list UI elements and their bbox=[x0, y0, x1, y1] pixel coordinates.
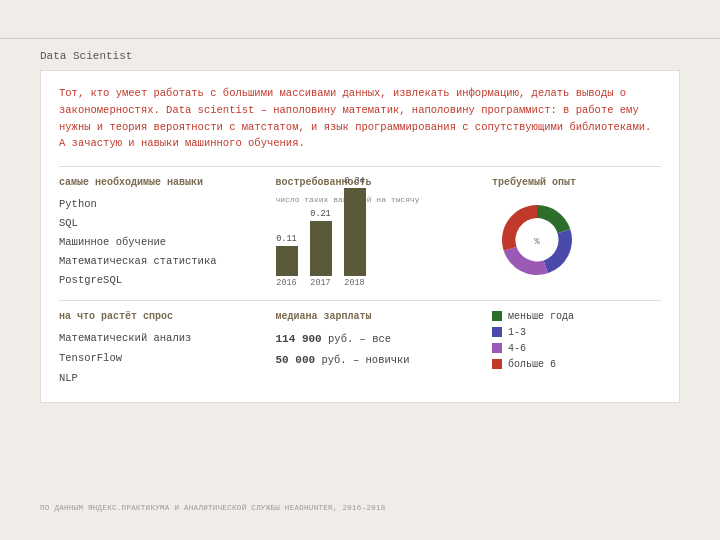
bar-2016: 0.11 2016 bbox=[276, 234, 298, 288]
legend-dot-2 bbox=[492, 327, 502, 337]
top-columns: самые необходимые навыки Python SQL Маши… bbox=[59, 177, 661, 289]
salary-new-label: руб. – новички bbox=[321, 354, 409, 366]
footer-note: ПО ДАННЫМ ЯНДЕКС.ПРАКТИКУМА И АНАЛИТИЧЕС… bbox=[40, 504, 386, 512]
bottom-columns: на что растёт спрос Математический анали… bbox=[59, 300, 661, 389]
bar-year-2017: 2017 bbox=[310, 278, 330, 288]
list-item: NLP bbox=[59, 369, 266, 389]
experience-header: требуемый опыт bbox=[492, 177, 661, 188]
legend-item-3: 4-6 bbox=[492, 343, 661, 354]
main-card: Тот, кто умеет работать с большими масси… bbox=[40, 70, 680, 403]
list-item: Математический анализ bbox=[59, 329, 266, 349]
legend-label-3: 4-6 bbox=[508, 343, 526, 354]
legend-dot-4 bbox=[492, 359, 502, 369]
section-title: Data Scientist bbox=[40, 50, 132, 62]
svg-text:%: % bbox=[534, 237, 540, 247]
skills-header: самые необходимые навыки bbox=[59, 177, 266, 188]
salary-new: 50 000 руб. – новички bbox=[276, 350, 483, 371]
bar-value-2018: 0.34 bbox=[344, 176, 364, 186]
legend-label-4: больше 6 bbox=[508, 359, 556, 370]
bar-2018: 0.34 2018 bbox=[344, 176, 366, 288]
legend-item-2: 1-3 bbox=[492, 327, 661, 338]
chart-note: число таких вакансий на тысячу bbox=[276, 195, 483, 204]
growth-column: на что растёт спрос Математический анали… bbox=[59, 311, 276, 389]
legend-item-1: меньше года bbox=[492, 311, 661, 322]
bar-value-2016: 0.11 bbox=[276, 234, 296, 244]
bar-year-2018: 2018 bbox=[344, 278, 364, 288]
salary-header: медиана зарплаты bbox=[276, 311, 483, 322]
bar-rect-2017 bbox=[310, 221, 332, 276]
bar-value-2017: 0.21 bbox=[310, 209, 330, 219]
card-divider bbox=[59, 166, 661, 167]
list-item: TensorFlow bbox=[59, 349, 266, 369]
legend-label-1: меньше года bbox=[508, 311, 574, 322]
legend-column: меньше года 1-3 4-6 больше 6 bbox=[492, 311, 661, 389]
salary-all-value: 114 900 bbox=[276, 333, 322, 345]
donut-chart: % bbox=[492, 195, 582, 285]
legend-dot-3 bbox=[492, 343, 502, 353]
legend-item-4: больше 6 bbox=[492, 359, 661, 370]
bar-rect-2016 bbox=[276, 246, 298, 276]
salary-new-value: 50 000 bbox=[276, 354, 316, 366]
bar-year-2016: 2016 bbox=[276, 278, 296, 288]
legend-dot-1 bbox=[492, 311, 502, 321]
salary-column: медиана зарплаты 114 900 руб. – все 50 0… bbox=[276, 311, 493, 389]
salary-all: 114 900 руб. – все bbox=[276, 329, 483, 350]
top-divider bbox=[0, 38, 720, 39]
bar-rect-2018 bbox=[344, 188, 366, 276]
intro-text: Тот, кто умеет работать с большими масси… bbox=[59, 85, 661, 152]
donut-container: % bbox=[492, 195, 661, 289]
legend-label-2: 1-3 bbox=[508, 327, 526, 338]
experience-column: требуемый опыт bbox=[492, 177, 661, 289]
growth-list: Математический анализ TensorFlow NLP bbox=[59, 329, 266, 389]
list-item: Python bbox=[59, 195, 266, 214]
bar-2017: 0.21 2017 bbox=[310, 209, 332, 288]
growth-header: на что растёт спрос bbox=[59, 311, 266, 322]
page: Data Scientist Тот, кто умеет работать с… bbox=[0, 0, 720, 540]
skills-list: Python SQL Машинное обучение Математичес… bbox=[59, 195, 266, 289]
bar-chart: 0.11 2016 0.21 2017 0.34 2018 bbox=[276, 208, 483, 288]
skills-column: самые необходимые навыки Python SQL Маши… bbox=[59, 177, 276, 289]
list-item: SQL bbox=[59, 214, 266, 233]
list-item: PostgreSQL bbox=[59, 271, 266, 290]
list-item: Машинное обучение bbox=[59, 233, 266, 252]
demand-column: востребованность число таких вакансий на… bbox=[276, 177, 493, 289]
list-item: Математическая статистика bbox=[59, 252, 266, 271]
demand-header: востребованность bbox=[276, 177, 483, 188]
salary-all-label: руб. – все bbox=[328, 333, 391, 345]
